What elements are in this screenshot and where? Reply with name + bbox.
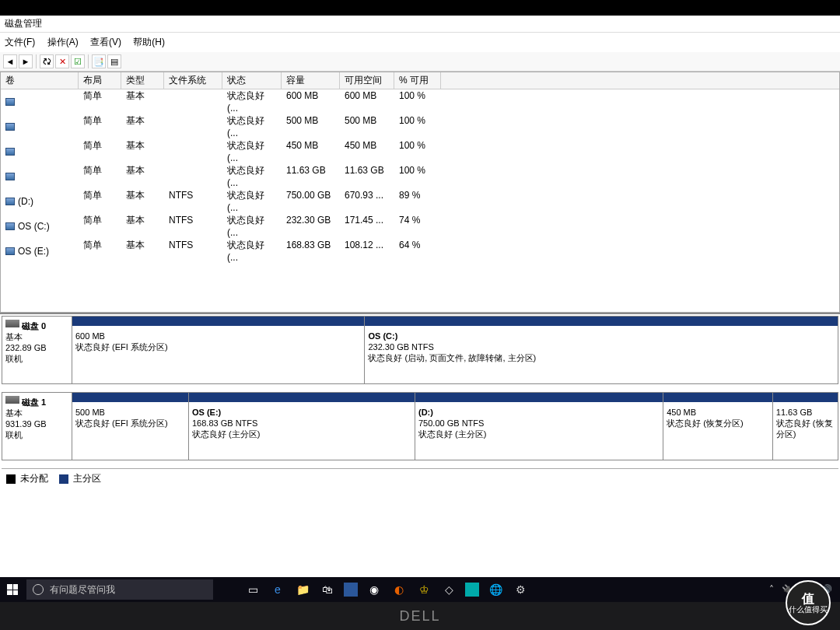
disk-label[interactable]: 磁盘 1基本931.39 GB联机 xyxy=(2,393,72,460)
volume-row[interactable]: OS (E:)简单基本NTFS状态良好 (...168.83 GB108.12 … xyxy=(1,239,839,264)
menu-view[interactable]: 查看(V) xyxy=(86,34,126,51)
partition[interactable]: 500 MB状态良好 (EFI 系统分区) xyxy=(72,393,189,460)
cell-layout: 简单 xyxy=(79,189,121,214)
cell-fs: NTFS xyxy=(164,239,222,264)
volume-row[interactable]: 简单基本状态良好 (...11.63 GB11.63 GB100 % xyxy=(1,164,839,189)
cell-capacity: 11.63 GB xyxy=(282,164,340,189)
cell-free: 500 MB xyxy=(340,114,394,139)
volume-row[interactable]: 简单基本状态良好 (...500 MB500 MB100 % xyxy=(1,114,839,139)
col-type[interactable]: 类型 xyxy=(121,72,164,89)
menu-help[interactable]: 帮助(H) xyxy=(128,34,170,51)
cortana-circle-icon xyxy=(33,584,44,595)
cell-free: 11.63 GB xyxy=(340,164,394,189)
cell-free: 670.93 ... xyxy=(340,189,394,214)
task-view-icon[interactable]: ▭ xyxy=(244,581,261,598)
partition[interactable]: 450 MB状态良好 (恢复分区) xyxy=(663,393,773,460)
cell-pct: 74 % xyxy=(394,214,441,239)
volume-row[interactable]: (D:)简单基本NTFS状态良好 (...750.00 GB670.93 ...… xyxy=(1,189,839,214)
cancel-icon[interactable]: ✕ xyxy=(55,54,69,68)
refresh-icon[interactable]: 🗘 xyxy=(40,54,54,68)
cell-pct: 100 % xyxy=(394,139,441,164)
cell-status: 状态良好 (... xyxy=(222,139,282,164)
partition-stripe xyxy=(663,393,772,402)
cortana-search[interactable]: 有问题尽管问我 xyxy=(26,579,213,600)
partition-status: 状态良好 (主分区) xyxy=(192,429,260,439)
toolbar: ◄ ► 🗘 ✕ ☑ 📑 ▤ xyxy=(0,52,840,72)
volume-icon xyxy=(5,98,15,106)
store-icon[interactable]: 🛍 xyxy=(319,581,336,598)
start-button[interactable] xyxy=(0,577,25,602)
col-percent[interactable]: % 可用 xyxy=(394,72,441,89)
cell-layout: 简单 xyxy=(79,239,121,264)
col-status[interactable]: 状态 xyxy=(222,72,282,89)
watermark-glyph: 值 xyxy=(789,592,828,606)
partition-status: 状态良好 (主分区) xyxy=(418,429,486,439)
cell-type: 基本 xyxy=(121,89,164,114)
disk-row: 磁盘 0基本232.89 GB联机600 MB状态良好 (EFI 系统分区)OS… xyxy=(2,316,838,384)
cell-fs: NTFS xyxy=(164,189,222,214)
menu-bar: 文件(F) 操作(A) 查看(V) 帮助(H) xyxy=(0,33,840,52)
tray-expand-icon[interactable]: ˄ xyxy=(769,584,774,595)
legend-unallocated-label: 未分配 xyxy=(20,473,48,484)
cell-fs xyxy=(164,139,222,164)
menu-file[interactable]: 文件(F) xyxy=(0,34,40,51)
settings-icon[interactable]: ⚙ xyxy=(512,581,529,598)
volume-icon xyxy=(5,148,15,156)
volume-name: (D:) xyxy=(18,195,33,208)
col-volume[interactable]: 卷 xyxy=(1,72,79,89)
cell-capacity: 232.30 GB xyxy=(282,214,340,239)
forward-icon[interactable]: ► xyxy=(19,54,33,68)
back-icon[interactable]: ◄ xyxy=(3,54,17,68)
firefox-icon[interactable]: ◐ xyxy=(390,581,408,598)
partition[interactable]: OS (C:)232.30 GB NTFS状态良好 (启动, 页面文件, 故障转… xyxy=(365,317,838,383)
chrome-icon[interactable]: ◉ xyxy=(366,581,383,598)
dell-logo: DELL xyxy=(399,608,440,625)
partition[interactable]: OS (E:)168.83 GB NTFS状态良好 (主分区) xyxy=(189,393,415,460)
app-icon-3[interactable] xyxy=(465,583,479,597)
volume-icon xyxy=(5,222,15,230)
legend-primary-swatch xyxy=(59,474,68,484)
cell-capacity: 500 MB xyxy=(282,114,340,139)
legend-unallocated-swatch xyxy=(6,474,16,484)
legend-primary-label: 主分区 xyxy=(73,473,101,484)
volume-row[interactable]: 简单基本状态良好 (...450 MB450 MB100 % xyxy=(1,139,839,164)
cell-layout: 简单 xyxy=(79,114,121,139)
menu-action[interactable]: 操作(A) xyxy=(43,34,83,51)
partition-size: 11.63 GB xyxy=(776,408,812,417)
check-icon[interactable]: ☑ xyxy=(71,54,85,68)
disk-size: 232.89 GB xyxy=(5,343,47,352)
properties-icon[interactable]: 📑 xyxy=(92,54,106,68)
col-capacity[interactable]: 容量 xyxy=(282,72,340,89)
disk-label[interactable]: 磁盘 0基本232.89 GB联机 xyxy=(2,317,72,383)
partition-status: 状态良好 (启动, 页面文件, 故障转储, 主分区) xyxy=(368,353,536,362)
volume-list[interactable]: 卷 布局 类型 文件系统 状态 容量 可用空间 % 可用 简单基本状态良好 (.… xyxy=(0,72,840,313)
partition-status: 状态良好 (EFI 系统分区) xyxy=(75,342,168,352)
col-layout[interactable]: 布局 xyxy=(79,72,121,89)
cell-pct: 100 % xyxy=(394,114,441,139)
foobar-icon[interactable]: ◇ xyxy=(440,581,457,598)
app-icon-4[interactable]: 🌐 xyxy=(487,581,504,598)
volume-row[interactable]: OS (C:)简单基本NTFS状态良好 (...232.30 GB171.45 … xyxy=(1,214,839,239)
app-icon-1[interactable] xyxy=(344,583,358,597)
list-icon[interactable]: ▤ xyxy=(107,54,121,68)
partition[interactable]: 600 MB状态良好 (EFI 系统分区) xyxy=(72,317,365,383)
search-placeholder: 有问题尽管问我 xyxy=(50,583,115,597)
cell-type: 基本 xyxy=(121,189,164,214)
partition-size: 168.83 GB NTFS xyxy=(192,418,257,428)
partition[interactable]: (D:)750.00 GB NTFS状态良好 (主分区) xyxy=(415,393,663,460)
cell-fs xyxy=(164,164,222,189)
partition-size: 750.00 GB NTFS xyxy=(418,418,484,428)
partition[interactable]: 11.63 GB状态良好 (恢复分区) xyxy=(773,393,838,460)
app-icon-2[interactable]: ♔ xyxy=(415,581,432,598)
cell-capacity: 750.00 GB xyxy=(282,189,340,214)
cell-fs xyxy=(164,89,222,114)
title-text: 磁盘管理 xyxy=(5,18,42,29)
volume-icon xyxy=(5,173,15,180)
col-fs[interactable]: 文件系统 xyxy=(164,72,222,89)
edge-icon[interactable]: e xyxy=(269,581,286,598)
volume-icon xyxy=(5,247,15,255)
disk-management-window: 磁盘管理 文件(F) 操作(A) 查看(V) 帮助(H) ◄ ► 🗘 ✕ ☑ 📑… xyxy=(0,16,840,583)
file-explorer-icon[interactable]: 📁 xyxy=(294,581,311,598)
volume-row[interactable]: 简单基本状态良好 (...600 MB600 MB100 % xyxy=(1,89,839,114)
col-free[interactable]: 可用空间 xyxy=(340,72,394,89)
